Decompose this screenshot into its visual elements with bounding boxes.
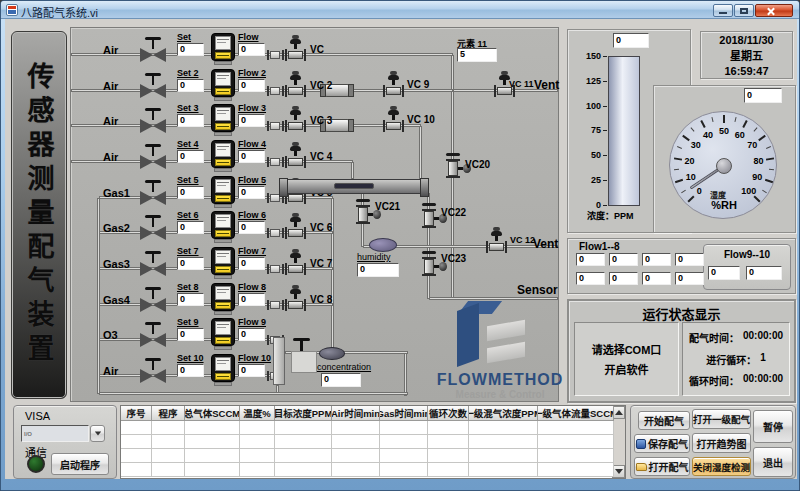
table-cell	[332, 435, 380, 449]
gauge-tick-label: 70	[744, 140, 760, 150]
status-time2-value: 00:00:00	[743, 373, 783, 388]
table-cell	[185, 421, 240, 435]
table-column-header[interactable]: 总气体SCCM	[185, 406, 240, 421]
gauge-minor-tick	[766, 146, 771, 149]
gauge-tick	[766, 157, 774, 160]
table-cell	[275, 421, 332, 435]
gauge-minor-tick	[753, 127, 757, 131]
gauge-tick-label: 60	[732, 130, 748, 140]
gauge-minor-tick	[712, 117, 714, 122]
gauge-minor-tick	[734, 117, 736, 122]
table-cell	[152, 463, 185, 477]
logo-shape	[487, 320, 525, 342]
save-config-label: 保存配气	[648, 436, 688, 451]
open-config-button[interactable]: 打开配气	[634, 457, 690, 476]
visa-combo-field[interactable]: I/O	[21, 425, 89, 442]
gauge-tick-label: 100	[741, 186, 757, 196]
table-cell	[185, 435, 240, 449]
flow18-title: Flow1--8	[579, 241, 620, 252]
table-cell	[380, 463, 428, 477]
table-column-header[interactable]: 一级气体流量SCCM	[538, 406, 614, 421]
table-cell	[152, 449, 185, 463]
arrow-up-icon	[615, 410, 623, 415]
gauge-tick-label: 40	[700, 130, 716, 140]
close-humidity-button[interactable]: 关闭湿度检测	[692, 457, 751, 476]
exit-button[interactable]: 退出	[753, 447, 793, 477]
table-cell	[380, 435, 428, 449]
minimize-button[interactable]	[713, 4, 733, 17]
status-message-line1: 请选择COM口	[592, 341, 662, 357]
title-bar: 八路配气系统.vi	[1, 1, 799, 19]
chevron-down-icon	[94, 432, 100, 436]
status-message-line2: 开启软件	[605, 361, 649, 377]
minimize-icon	[719, 12, 727, 14]
table-cell	[428, 435, 469, 449]
table-cell	[240, 435, 275, 449]
open-level1-button[interactable]: 打开一级配气	[692, 409, 751, 429]
gauge-minor-tick	[769, 169, 774, 170]
status-time1-label: 配气时间：	[689, 330, 739, 345]
comm-led-indicator	[27, 455, 45, 473]
table-cell	[469, 449, 538, 463]
status-title: 运行状态显示	[567, 304, 796, 323]
table-cell	[152, 435, 185, 449]
save-icon	[636, 439, 646, 449]
table-cell	[428, 449, 469, 463]
table-column-header[interactable]: 循环次数	[428, 406, 469, 421]
gauge-tick-label: 80	[751, 156, 767, 166]
table-column-header[interactable]: Gas时间min	[380, 406, 428, 421]
window-title: 八路配气系统.vi	[21, 4, 98, 20]
datetime-box: 2018/11/30 星期五 16:59:47	[700, 31, 793, 79]
visa-combo-dropdown-button[interactable]	[90, 425, 105, 442]
start-program-button[interactable]: 启动程序	[51, 453, 109, 475]
table-cell	[469, 463, 538, 477]
gauge-value-display: 0	[744, 88, 782, 103]
pause-button[interactable]: 暂停	[753, 410, 793, 443]
table-cell	[332, 463, 380, 477]
table-column-header[interactable]: 序号	[121, 406, 152, 421]
open-config-label: 打开配气	[649, 459, 689, 474]
gauge-tick-label: 50	[716, 126, 732, 136]
arrow-down-icon	[615, 469, 623, 474]
table-cell	[428, 421, 469, 435]
time-text: 16:59:47	[724, 65, 768, 77]
table-column-header[interactable]: 程序	[152, 406, 185, 421]
table-cell	[240, 421, 275, 435]
gauge-minor-tick	[674, 169, 679, 170]
program-table[interactable]: 序号程序总气体SCCM温度%目标浓度PPMAir时间minGas时间min循环次…	[120, 405, 626, 479]
table-column-header[interactable]: 温度%	[240, 406, 275, 421]
table-cell	[240, 463, 275, 477]
table-cell	[240, 449, 275, 463]
table-column-header[interactable]: 目标浓度PPM	[275, 406, 332, 421]
table-cell	[121, 449, 152, 463]
status-time1-value: 00:00:00	[743, 330, 783, 345]
tank-value-display: 0	[613, 33, 649, 48]
open-trend-button[interactable]: 打开趋势图	[692, 433, 751, 453]
status-time2-label: 循环时间：	[689, 373, 739, 388]
table-cell	[275, 463, 332, 477]
gauge-tick-label: 10	[683, 172, 699, 182]
table-cell	[152, 421, 185, 435]
table-cell	[185, 449, 240, 463]
start-mixing-button[interactable]: 开始配气	[638, 411, 690, 430]
gauge-tick	[700, 120, 705, 128]
window: 八路配气系统.vi 传感器测量配气装置 0 浓度：PPM 2018/11/30 …	[0, 0, 800, 491]
table-cell	[469, 435, 538, 449]
visa-label: VISA	[25, 410, 50, 422]
gauge-tick-label: 20	[681, 156, 697, 166]
table-cell	[275, 449, 332, 463]
save-config-button[interactable]: 保存配气	[634, 434, 690, 453]
maximize-button[interactable]	[734, 4, 754, 17]
folder-icon	[636, 463, 647, 471]
table-column-header[interactable]: Air时间min	[332, 406, 380, 421]
table-column-header[interactable]: 一级混气浓度PPM	[469, 406, 538, 421]
table-cell	[275, 435, 332, 449]
logo-title: FLOWMETHOD	[433, 371, 567, 389]
gauge-tick-label: 30	[688, 140, 704, 150]
table-cell	[538, 435, 614, 449]
gauge-unit: %RH	[670, 199, 778, 211]
maximize-icon	[740, 8, 748, 14]
close-button[interactable]	[755, 4, 793, 17]
app-icon	[6, 4, 18, 16]
gauge-minor-tick	[681, 189, 686, 192]
